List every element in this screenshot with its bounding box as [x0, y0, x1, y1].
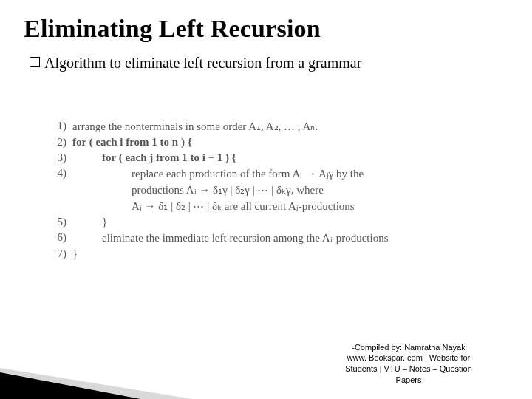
line-number: 4): [38, 166, 69, 182]
line-number: 5): [38, 214, 69, 230]
footer-line: Papers: [396, 375, 422, 384]
algo-text: replace each production of the form Aᵢ →…: [69, 166, 391, 182]
footer-line: Students | VTU – Notes – Question: [345, 364, 472, 373]
line-number: 2): [38, 134, 69, 150]
line-number: 7): [38, 246, 69, 262]
footer-line: -Compiled by: Namratha Nayak: [352, 343, 465, 352]
algo-row: 3) for ( each j from 1 to i − 1 ) {: [38, 150, 391, 166]
algo-text: productions Aᵢ → δ₁γ | δ₂γ | ⋯ | δₖγ, wh…: [69, 182, 391, 198]
algo-text: eliminate the immediate left recursion a…: [69, 230, 391, 246]
algo-row: productions Aᵢ → δ₁γ | δ₂γ | ⋯ | δₖγ, wh…: [38, 182, 391, 198]
footer-line: www. Bookspar. com | Website for: [347, 353, 471, 362]
line-number: 1): [38, 118, 69, 134]
bullet-line: Algorithm to eliminate left recursion fr…: [0, 43, 532, 72]
algo-row: 4) replace each production of the form A…: [38, 166, 391, 182]
line-number: 3): [38, 150, 69, 166]
algo-row: 7) }: [38, 246, 391, 262]
algo-row: 2) for ( each i from 1 to n ) {: [38, 134, 391, 150]
algorithm-table: 1) arrange the nonterminals in some orde…: [38, 118, 391, 262]
line-number: [38, 198, 69, 214]
algo-text: Aⱼ → δ₁ | δ₂ | ⋯ | δₖ are all current Aⱼ…: [69, 198, 391, 214]
algo-row: 1) arrange the nonterminals in some orde…: [38, 118, 391, 134]
algo-row: 6) eliminate the immediate left recursio…: [38, 230, 391, 246]
slide-title: Eliminating Left Recursion: [0, 0, 532, 43]
algo-row: Aⱼ → δ₁ | δ₂ | ⋯ | δₖ are all current Aⱼ…: [38, 198, 391, 214]
square-bullet-icon: [30, 57, 40, 67]
algo-text: }: [69, 246, 391, 262]
footer-credit: -Compiled by: Namratha Nayak www. Booksp…: [324, 342, 494, 386]
algorithm-block: 1) arrange the nonterminals in some orde…: [38, 118, 391, 262]
algo-text: }: [69, 214, 391, 230]
line-number: 6): [38, 230, 69, 246]
bullet-text: Algorithm to eliminate left recursion fr…: [44, 55, 361, 71]
algo-row: 5) }: [38, 214, 391, 230]
algo-text: for ( each i from 1 to n ) {: [69, 134, 391, 150]
decorative-wedge: [0, 372, 140, 399]
algo-text: for ( each j from 1 to i − 1 ) {: [69, 150, 391, 166]
algo-text: arrange the nonterminals in some order A…: [69, 118, 391, 134]
line-number: [38, 182, 69, 198]
